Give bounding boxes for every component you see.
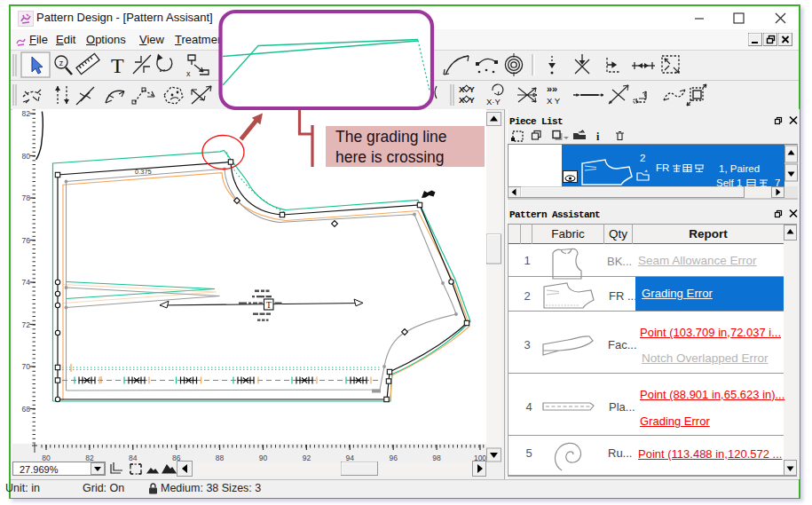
svg-text:X Y: X Y — [547, 96, 561, 106]
svg-text:T: T — [111, 54, 124, 77]
svg-text:76: 76 — [22, 236, 31, 245]
svg-text:72: 72 — [22, 320, 31, 329]
svg-text:70: 70 — [22, 362, 31, 371]
svg-text:z: z — [59, 59, 64, 67]
svg-text:x: x — [186, 69, 191, 78]
svg-text:80: 80 — [22, 152, 31, 161]
svg-text:T: T — [266, 301, 272, 310]
svg-text:»»: »» — [547, 83, 557, 94]
svg-text:74: 74 — [22, 278, 31, 287]
svg-text:82: 82 — [22, 109, 31, 118]
svg-text:78: 78 — [22, 193, 31, 202]
svg-text:68: 68 — [22, 405, 31, 414]
svg-text:i: i — [596, 130, 600, 143]
svg-text:X·Y: X·Y — [486, 97, 501, 107]
svg-text:0.375: 0.375 — [135, 168, 152, 176]
